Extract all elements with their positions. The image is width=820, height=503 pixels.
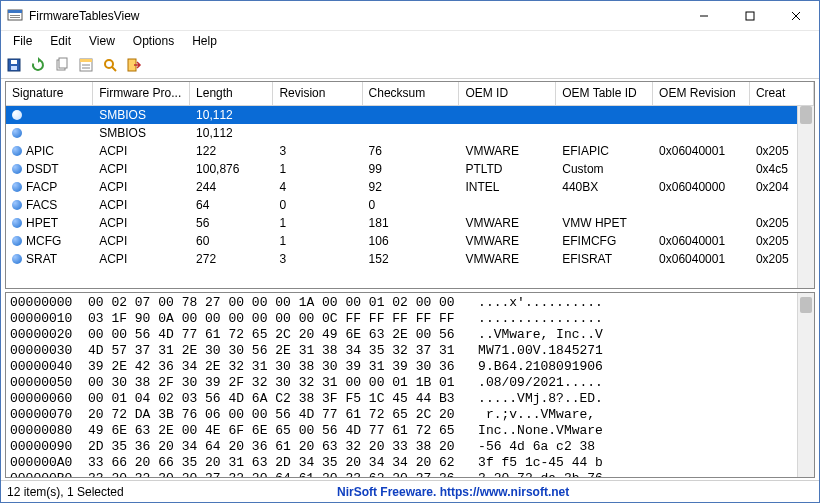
table-cell: 0x06040000	[653, 179, 750, 195]
toolbar-save[interactable]	[5, 56, 23, 74]
table-cell	[556, 132, 653, 134]
table-cell: INTEL	[459, 179, 556, 195]
list-scrollbar[interactable]	[797, 106, 814, 288]
status-nirsoft-link[interactable]: NirSoft Freeware. https://www.nirsoft.ne…	[337, 485, 813, 499]
toolbar-copy[interactable]	[53, 56, 71, 74]
table-cell: ACPI	[93, 161, 190, 177]
table-cell	[653, 222, 750, 224]
table-cell: 152	[363, 251, 460, 267]
menu-view[interactable]: View	[81, 32, 123, 50]
table-cell	[363, 132, 460, 134]
col-firmware-pro[interactable]: Firmware Pro...	[93, 82, 190, 105]
table-cell: 181	[363, 215, 460, 231]
menu-help[interactable]: Help	[184, 32, 225, 50]
close-button[interactable]	[773, 1, 819, 31]
table-row[interactable]: SMBIOS10,112	[6, 124, 814, 142]
hex-scrollbar[interactable]	[797, 293, 814, 477]
table-cell: ACPI	[93, 179, 190, 195]
toolbar-properties[interactable]	[77, 56, 95, 74]
app-icon	[7, 8, 23, 24]
row-icon	[12, 254, 22, 264]
svg-marker-11	[38, 57, 41, 63]
col-oem-revision[interactable]: OEM Revision	[653, 82, 750, 105]
table-row[interactable]: APICACPI122376VMWAREEFIAPIC0x060400010x2…	[6, 142, 814, 160]
row-icon	[12, 164, 22, 174]
col-oem-table-id[interactable]: OEM Table ID	[556, 82, 653, 105]
table-cell: 3	[273, 251, 362, 267]
table-cell	[556, 114, 653, 116]
table-cell: VMWARE	[459, 215, 556, 231]
toolbar-exit[interactable]	[125, 56, 143, 74]
table-row[interactable]: SMBIOS10,112	[6, 106, 814, 124]
table-cell: 1	[273, 161, 362, 177]
table-cell: 244	[190, 179, 273, 195]
menu-file[interactable]: File	[5, 32, 40, 50]
table-cell: FACP	[6, 179, 93, 195]
col-length[interactable]: Length	[190, 82, 273, 105]
svg-rect-15	[80, 59, 92, 62]
col-creator[interactable]: Creat	[750, 82, 814, 105]
table-cell: 3	[273, 143, 362, 159]
table-cell: 100,876	[190, 161, 273, 177]
table-row[interactable]: FACPACPI244492INTEL 440BX0x060400000x204	[6, 178, 814, 196]
exit-icon	[126, 57, 142, 73]
table-cell: 64	[190, 197, 273, 213]
table-cell: Custom	[556, 161, 653, 177]
table-cell: 440BX	[556, 179, 653, 195]
table-cell: 0	[273, 197, 362, 213]
table-cell: 122	[190, 143, 273, 159]
table-row[interactable]: SRATACPI2723152VMWAREEFISRAT0x060400010x…	[6, 250, 814, 268]
table-cell: MCFG	[6, 233, 93, 249]
col-revision[interactable]: Revision	[273, 82, 362, 105]
table-cell: 0	[363, 197, 460, 213]
table-cell: 10,112	[190, 107, 273, 123]
table-cell: 10,112	[190, 125, 273, 141]
minimize-button[interactable]	[681, 1, 727, 31]
col-signature[interactable]: Signature	[6, 82, 93, 105]
table-cell	[653, 204, 750, 206]
row-icon	[12, 182, 22, 192]
table-row[interactable]: HPETACPI561181VMWAREVMW HPET0x205	[6, 214, 814, 232]
table-cell	[653, 132, 750, 134]
firmware-table-list[interactable]: Signature Firmware Pro... Length Revisio…	[5, 81, 815, 289]
hex-dump-view[interactable]: 00000000 00 02 07 00 78 27 00 00 00 1A 0…	[5, 292, 815, 478]
menu-options[interactable]: Options	[125, 32, 182, 50]
col-checksum[interactable]: Checksum	[363, 82, 460, 105]
table-cell: 56	[190, 215, 273, 231]
table-cell: ACPI	[93, 233, 190, 249]
window-title: FirmwareTablesView	[29, 9, 681, 23]
table-cell: 4	[273, 179, 362, 195]
toolbar-refresh[interactable]	[29, 56, 47, 74]
table-cell	[653, 114, 750, 116]
table-cell: VMWARE	[459, 251, 556, 267]
menubar: File Edit View Options Help	[1, 31, 819, 51]
table-row[interactable]: DSDTACPI100,876199PTLTD Custom0x4c5	[6, 160, 814, 178]
hex-dump-text: 00000000 00 02 07 00 78 27 00 00 00 1A 0…	[10, 295, 810, 478]
svg-rect-3	[10, 17, 20, 18]
table-row[interactable]: FACSACPI6400	[6, 196, 814, 214]
table-cell: ACPI	[93, 215, 190, 231]
refresh-icon	[30, 57, 46, 73]
table-cell: 0x06040001	[653, 143, 750, 159]
table-row[interactable]: MCFGACPI601106VMWAREEFIMCFG0x060400010x2…	[6, 232, 814, 250]
statusbar: 12 item(s), 1 Selected NirSoft Freeware.…	[1, 480, 819, 502]
svg-line-19	[112, 67, 116, 71]
svg-point-18	[105, 60, 113, 68]
table-cell: EFISRAT	[556, 251, 653, 267]
maximize-button[interactable]	[727, 1, 773, 31]
table-cell: 272	[190, 251, 273, 267]
titlebar: FirmwareTablesView	[1, 1, 819, 31]
table-cell: SRAT	[6, 251, 93, 267]
toolbar-find[interactable]	[101, 56, 119, 74]
status-item-count: 12 item(s), 1 Selected	[7, 485, 337, 499]
list-body[interactable]: SMBIOS10,112SMBIOS10,112APICACPI122376VM…	[6, 106, 814, 288]
table-cell	[459, 204, 556, 206]
table-cell: 60	[190, 233, 273, 249]
col-oem-id[interactable]: OEM ID	[459, 82, 556, 105]
row-icon	[12, 236, 22, 246]
menu-edit[interactable]: Edit	[42, 32, 79, 50]
svg-rect-5	[746, 12, 754, 20]
list-header[interactable]: Signature Firmware Pro... Length Revisio…	[6, 82, 814, 106]
maximize-icon	[745, 11, 755, 21]
table-cell	[6, 127, 93, 139]
